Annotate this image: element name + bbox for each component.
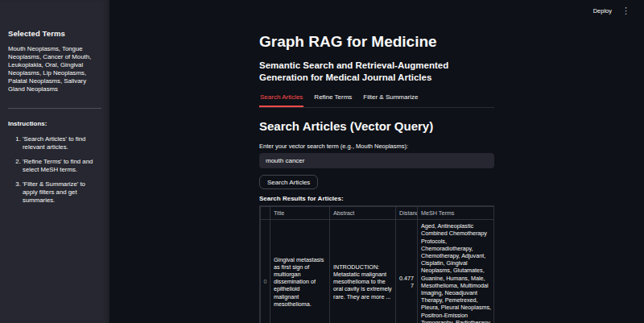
column-header-title[interactable]: Title — [270, 207, 330, 220]
sidebar-divider — [8, 108, 101, 109]
table-row: 0 Gingival metastasis as first sign of m… — [261, 220, 495, 323]
content-column: Graph RAG for Medicine Semantic Search a… — [259, 0, 494, 323]
sidebar: Selected Terms Mouth Neoplasms, Tongue N… — [0, 0, 109, 323]
instruction-item: 'Filter & Summarize' to apply filters an… — [23, 180, 101, 205]
selected-terms-text: Mouth Neoplasms, Tongue Neoplasms, Cance… — [8, 45, 101, 93]
column-header-mesh-terms[interactable]: MeSH Terms — [418, 207, 495, 220]
instruction-item: 'Search Articles' to find relevant artic… — [23, 135, 101, 151]
results-label: Search Results for Articles: — [259, 195, 494, 202]
instructions-list: 'Search Articles' to find relevant artic… — [8, 135, 101, 205]
tab-bar: Search Articles Refine Terms Filter & Su… — [259, 91, 494, 108]
instructions-title: Instructions: — [8, 120, 101, 127]
column-header-distance[interactable]: Distance — [396, 207, 418, 220]
instruction-item: 'Refine Terms' to find and select MeSH t… — [23, 158, 101, 174]
section-title: Search Articles (Vector Query) — [259, 118, 494, 135]
selected-terms-title: Selected Terms — [8, 29, 101, 38]
tab-filter-summarize[interactable]: Filter & Summarize — [362, 91, 419, 107]
tab-refine-terms[interactable]: Refine Terms — [313, 91, 353, 107]
search-term-label: Enter your vector search term (e.g., Mou… — [259, 143, 494, 150]
column-header-abstract[interactable]: Abstract — [330, 207, 396, 220]
results-table: Title Abstract Distance MeSH Terms 0 Gin… — [259, 205, 494, 323]
cell-index[interactable]: 0 — [261, 220, 270, 323]
column-header-index[interactable] — [261, 207, 270, 220]
table-header-row: Title Abstract Distance MeSH Terms — [261, 207, 495, 220]
cell-distance[interactable]: 0.4777 — [396, 220, 418, 323]
cell-title[interactable]: Gingival metastasis as first sign of mul… — [270, 220, 330, 323]
search-input[interactable] — [259, 153, 494, 168]
page-subtitle: Semantic Search and Retrieval-Augmented … — [259, 60, 494, 84]
cell-mesh-terms[interactable]: Aged, Antineoplastic Combined Chemothera… — [418, 220, 495, 323]
cell-abstract[interactable]: INTRODUCTION: Metastatic malignant mesot… — [330, 220, 396, 323]
main-area: Graph RAG for Medicine Semantic Search a… — [109, 0, 644, 323]
search-articles-button[interactable]: Search Articles — [259, 175, 318, 189]
tab-search-articles[interactable]: Search Articles — [259, 91, 303, 107]
page-title: Graph RAG for Medicine — [259, 32, 494, 52]
